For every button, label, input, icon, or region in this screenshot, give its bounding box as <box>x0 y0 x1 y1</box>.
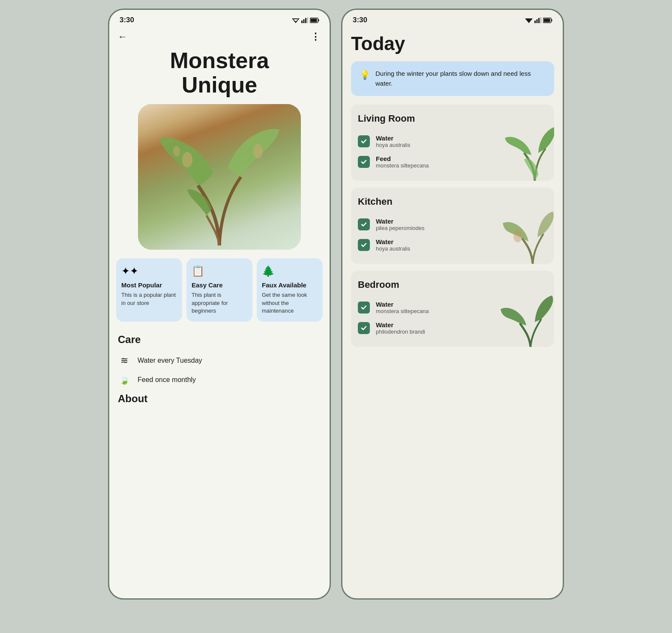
room-card-living-room: Living Room Water hoya australis <box>351 105 554 181</box>
svg-rect-6 <box>307 17 309 23</box>
left-phone-frame: 3:30 ← ⋮ MonsteraUnique <box>108 9 331 600</box>
sparkles-icon: ✦✦ <box>121 265 177 277</box>
tip-text: During the winter your plants slow down … <box>375 69 546 88</box>
status-icons-left <box>292 17 319 23</box>
checkmark-icon-2-1 <box>360 325 367 331</box>
checkmark-icon-1-1 <box>360 242 367 248</box>
checkbox-2-0[interactable] <box>358 302 370 314</box>
task-info-2-0: Water monstera siltepecana <box>376 301 429 314</box>
wifi-icon-right <box>525 17 533 23</box>
care-item-water: ≋ Water every Tuesday <box>109 351 330 370</box>
checkbox-1-0[interactable] <box>358 218 370 230</box>
badge-most-popular: ✦✦ Most Popular This is a popular plant … <box>116 258 182 322</box>
svg-point-13 <box>253 144 263 158</box>
room-plant-svg-2 <box>501 291 554 347</box>
task-action-2-0: Water <box>376 301 429 308</box>
badge-easy-care: 📋 Easy Care This plant is appropriate fo… <box>186 258 252 322</box>
svg-rect-5 <box>305 18 306 23</box>
room-plant-svg-1 <box>501 208 554 264</box>
badge-desc-1: This plant is appropriate for beginners <box>192 291 247 315</box>
checkbox-0-0[interactable] <box>358 135 370 147</box>
plant-title: MonsteraUnique <box>109 44 330 104</box>
signal-icon-right <box>534 17 541 23</box>
svg-point-12 <box>173 146 180 156</box>
care-text-0: Water every Tuesday <box>138 357 202 364</box>
task-info-0-0: Water hoya australis <box>376 134 410 148</box>
task-action-2-1: Water <box>376 321 425 328</box>
task-plant-1-0: pilea peperomiodes <box>376 225 424 231</box>
right-phone-frame: 3:30 Today 💡 During the winter your pl <box>341 9 564 600</box>
badge-desc-0: This is a popular plant in our store <box>121 291 177 307</box>
task-plant-1-1: hoya australis <box>376 245 410 252</box>
badge-title-0: Most Popular <box>121 281 177 289</box>
status-time-left: 3:30 <box>120 16 134 24</box>
wifi-icon-left <box>292 17 300 23</box>
checkmark-icon-2-0 <box>360 304 367 311</box>
more-menu-button[interactable]: ⋮ <box>311 31 321 42</box>
plant-illustration <box>147 113 292 250</box>
svg-point-11 <box>182 152 192 167</box>
svg-rect-18 <box>540 17 542 23</box>
today-title: Today <box>351 28 554 61</box>
svg-marker-14 <box>525 18 533 23</box>
task-plant-2-1: philodendron brandi <box>376 328 425 335</box>
svg-rect-16 <box>537 19 538 23</box>
room-title-0: Living Room <box>358 113 547 124</box>
checkbox-0-1[interactable] <box>358 156 370 168</box>
back-button[interactable]: ← <box>118 31 127 42</box>
task-info-0-1: Feed monstera siltepecana <box>376 155 429 169</box>
task-plant-2-0: monstera siltepecana <box>376 308 429 314</box>
svg-rect-17 <box>538 18 540 23</box>
room-card-bedroom: Bedroom Water monstera siltepecana <box>351 271 554 347</box>
svg-point-22 <box>513 230 522 242</box>
care-item-feed: 🍃 Feed once monthly <box>109 370 330 389</box>
plant-image <box>138 104 301 250</box>
status-bar-right: 3:30 <box>342 10 563 28</box>
clipboard-icon: 📋 <box>192 265 247 277</box>
task-action-0-0: Water <box>376 134 410 142</box>
lightbulb-icon: 💡 <box>360 70 370 80</box>
tip-card: 💡 During the winter your plants slow dow… <box>351 61 554 96</box>
badge-desc-2: Get the same look without the maintenanc… <box>262 291 318 315</box>
checkbox-1-1[interactable] <box>358 239 370 251</box>
status-icons-right <box>525 17 552 23</box>
task-info-1-1: Water hoya australis <box>376 238 410 252</box>
svg-rect-3 <box>301 21 303 23</box>
task-action-1-1: Water <box>376 238 410 245</box>
room-plant-svg-0 <box>501 125 554 181</box>
checkmark-icon-0-1 <box>360 158 367 165</box>
care-text-1: Feed once monthly <box>138 376 196 384</box>
svg-rect-21 <box>544 18 550 22</box>
plant-image-container <box>109 104 330 258</box>
badge-title-1: Easy Care <box>192 281 247 289</box>
task-plant-0-1: monstera siltepecana <box>376 162 429 169</box>
task-info-2-1: Water philodendron brandi <box>376 321 425 335</box>
nav-bar-left: ← ⋮ <box>109 28 330 44</box>
leaf-icon: 🍃 <box>118 375 131 385</box>
task-action-0-1: Feed <box>376 155 429 162</box>
right-content: Today 💡 During the winter your plants sl… <box>342 28 563 598</box>
signal-icon-left <box>301 17 308 23</box>
svg-rect-15 <box>534 21 536 23</box>
battery-icon-left <box>310 18 319 23</box>
badges-row: ✦✦ Most Popular This is a popular plant … <box>109 258 330 330</box>
badge-faux-available: 🌲 Faux Available Get the same look witho… <box>257 258 323 322</box>
badge-title-2: Faux Available <box>262 281 318 289</box>
care-section-title: Care <box>109 330 330 351</box>
room-card-kitchen: Kitchen Water pilea peperomiodes <box>351 188 554 264</box>
status-bar-left: 3:30 <box>109 10 330 28</box>
checkbox-2-1[interactable] <box>358 322 370 334</box>
battery-icon-right <box>543 18 552 23</box>
room-title-1: Kitchen <box>358 196 547 207</box>
task-plant-0-0: hoya australis <box>376 142 410 148</box>
checkmark-icon-1-0 <box>360 221 367 228</box>
tree-icon: 🌲 <box>262 265 318 277</box>
status-time-right: 3:30 <box>353 16 367 24</box>
water-wave-icon: ≋ <box>118 355 131 366</box>
svg-rect-4 <box>303 19 305 23</box>
task-action-1-0: Water <box>376 218 424 225</box>
svg-rect-8 <box>318 19 319 21</box>
svg-rect-9 <box>311 18 317 22</box>
svg-rect-20 <box>552 19 552 21</box>
task-info-1-0: Water pilea peperomiodes <box>376 218 424 231</box>
